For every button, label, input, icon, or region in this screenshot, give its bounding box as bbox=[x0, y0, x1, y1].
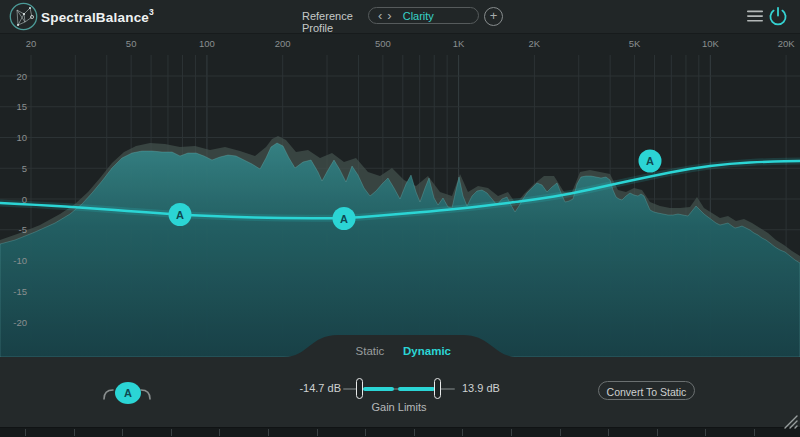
db-tick-label: 10 bbox=[16, 132, 27, 143]
ruler-tick bbox=[365, 429, 366, 436]
eq-node-label: A bbox=[340, 213, 348, 225]
freq-tick-label: 1K bbox=[453, 38, 465, 49]
profile-prev-button[interactable]: ‹ bbox=[378, 8, 382, 23]
ruler-tick bbox=[608, 429, 609, 436]
right-bracket-icon bbox=[141, 390, 150, 399]
app-title: SpectralBalance3 bbox=[41, 8, 154, 25]
db-tick-label: -5 bbox=[19, 224, 27, 235]
gain-max-value: 13.9 dB bbox=[462, 382, 512, 394]
slider-fill-left bbox=[363, 387, 394, 391]
eq-node-label: A bbox=[646, 155, 654, 167]
ruler-tick bbox=[268, 429, 269, 436]
profile-next-button[interactable]: › bbox=[387, 8, 391, 23]
freq-tick-label: 20 bbox=[26, 38, 37, 49]
tab-dynamic[interactable]: Dynamic bbox=[395, 344, 459, 358]
freq-tick-label: 20K bbox=[778, 38, 796, 49]
freq-tick-label: 10K bbox=[702, 38, 720, 49]
gain-limits-slider: -14.7 dB 13.9 dB Gain Limits bbox=[297, 375, 512, 415]
db-tick-label: 15 bbox=[16, 101, 27, 112]
freq-tick-label: 200 bbox=[275, 38, 291, 49]
freq-tick-label: 500 bbox=[375, 38, 391, 49]
ruler-tick bbox=[754, 429, 755, 436]
spectrum-main-fill bbox=[0, 143, 800, 357]
ruler-tick bbox=[171, 429, 172, 436]
ruler-tick bbox=[219, 429, 220, 436]
snapshot-a-label: A bbox=[124, 387, 132, 399]
ruler-tick bbox=[74, 429, 75, 436]
ruler-tick bbox=[462, 429, 463, 436]
ruler-tick bbox=[657, 429, 658, 436]
freq-tick-label: 2K bbox=[529, 38, 541, 49]
reference-profile-selector[interactable]: ‹ › Clarity bbox=[368, 7, 479, 24]
reference-profile-label: Reference Profile bbox=[302, 10, 368, 34]
plugin-window: SpectralBalance3 Reference Profile ‹ › C… bbox=[0, 0, 800, 437]
eq-node-label: A bbox=[176, 209, 184, 221]
resize-grip[interactable] bbox=[782, 413, 799, 430]
db-tick-label: -10 bbox=[13, 255, 27, 266]
db-tick-label: -15 bbox=[13, 286, 27, 297]
hamburger-icon bbox=[744, 5, 766, 27]
db-tick-label: 0 bbox=[22, 194, 27, 205]
db-tick-label: -20 bbox=[13, 317, 27, 328]
spectrum-chart[interactable]: 20501002005001K2K5K10K20K20151050-5-10-1… bbox=[0, 33, 800, 357]
menu-button[interactable] bbox=[744, 5, 766, 27]
gain-limits-caption: Gain Limits bbox=[343, 401, 455, 413]
freq-tick-label: 50 bbox=[126, 38, 137, 49]
top-bar: SpectralBalance3 Reference Profile ‹ › C… bbox=[0, 0, 800, 34]
ruler-tick bbox=[560, 429, 561, 436]
convert-to-static-button[interactable]: Convert To Static bbox=[598, 381, 695, 400]
spectrum-display: 20501002005001K2K5K10K20K20151050-5-10-1… bbox=[0, 33, 800, 357]
ruler-tick bbox=[511, 429, 512, 436]
power-icon bbox=[767, 5, 789, 27]
db-tick-label: 5 bbox=[22, 163, 27, 174]
slider-handle-max[interactable] bbox=[434, 378, 441, 399]
app-title-version: 3 bbox=[149, 7, 154, 17]
freq-tick-label: 100 bbox=[199, 38, 215, 49]
ruler-tick bbox=[25, 429, 26, 436]
ruler-tick bbox=[122, 429, 123, 436]
left-bracket-icon bbox=[104, 390, 113, 399]
db-tick-label: 20 bbox=[16, 71, 27, 82]
ruler-tick bbox=[317, 429, 318, 436]
freq-tick-label: 5K bbox=[629, 38, 641, 49]
ruler-tick bbox=[414, 429, 415, 436]
tab-static[interactable]: Static bbox=[338, 344, 402, 358]
bottom-ruler bbox=[0, 427, 800, 437]
profile-value: Clarity bbox=[403, 10, 434, 22]
slider-fill-right bbox=[398, 387, 435, 391]
add-profile-button[interactable]: + bbox=[484, 7, 503, 26]
app-logo-icon bbox=[8, 1, 39, 32]
slider-handle-min[interactable] bbox=[356, 378, 363, 399]
ruler-tick bbox=[705, 429, 706, 436]
snapshot-widget: A bbox=[98, 378, 156, 408]
power-button[interactable] bbox=[767, 5, 789, 27]
gain-min-value: -14.7 dB bbox=[297, 382, 341, 394]
